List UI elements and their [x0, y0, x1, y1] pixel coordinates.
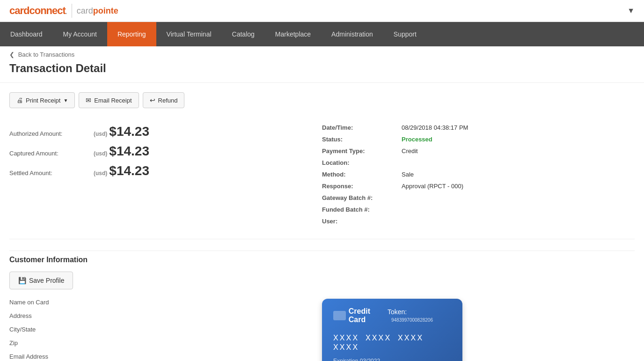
- nav-reporting[interactable]: Reporting: [107, 22, 156, 46]
- date-time-row: Date/Time: 08/29/2018 04:38:17 PM: [322, 124, 635, 131]
- customer-fields: Name on Card Address City/State Zip Emai…: [9, 299, 322, 361]
- settled-currency: (usd): [94, 170, 107, 177]
- customer-grid: Name on Card Address City/State Zip Emai…: [9, 299, 635, 361]
- cardconnect-logo: cardconnect.: [9, 5, 67, 17]
- email-icon: ✉: [86, 96, 91, 104]
- cc-number: XXXX XXXX XXXX XXXX: [333, 333, 451, 352]
- cc-token-value: 9483997000828206: [391, 317, 433, 323]
- address-row: Address: [9, 312, 313, 319]
- date-time-value: 08/29/2018 04:38:17 PM: [402, 124, 468, 131]
- status-value: Processed: [402, 136, 432, 143]
- nav-dashboard[interactable]: Dashboard: [0, 22, 53, 46]
- gateway-batch-row: Gateway Batch #:: [322, 194, 635, 201]
- settled-value: (usd)$14.23: [94, 163, 149, 178]
- cc-expiry-value: 03/2022: [360, 358, 380, 361]
- cc-brand-label: Credit Card: [349, 307, 388, 324]
- settled-amount-row: Settled Amount: (usd)$14.23: [9, 163, 322, 178]
- nav-catalog[interactable]: Catalog: [222, 22, 265, 46]
- city-state-label: City/State: [9, 326, 84, 333]
- date-time-label: Date/Time:: [322, 124, 402, 131]
- print-dropdown-icon: ▼: [63, 98, 68, 103]
- nav-virtual-terminal[interactable]: Virtual Terminal: [156, 22, 222, 46]
- city-state-row: City/State: [9, 326, 313, 333]
- payment-type-row: Payment Type: Credit: [322, 147, 635, 155]
- print-receipt-label: Print Receipt: [26, 97, 60, 104]
- nav-support[interactable]: Support: [383, 22, 427, 46]
- zip-label: Zip: [9, 339, 84, 346]
- save-profile-button[interactable]: 💾 Save Profile: [9, 272, 73, 289]
- main-nav: Dashboard My Account Reporting Virtual T…: [0, 22, 644, 46]
- save-profile-icon: 💾: [18, 277, 26, 284]
- refund-label: Refund: [158, 97, 178, 104]
- email-receipt-button[interactable]: ✉ Email Receipt: [79, 92, 139, 108]
- logo-container: cardconnect. cardpointe: [9, 4, 118, 18]
- response-row: Response: Approval (RPCT - 000): [322, 183, 635, 190]
- cc-header: Credit Card Token: 9483997000828206: [333, 307, 451, 324]
- amounts-section: Authorized Amount: (usd)$14.23 Captured …: [9, 119, 322, 239]
- method-value: Sale: [402, 171, 414, 178]
- refund-icon: ↩: [150, 96, 155, 104]
- credit-card-visual: Credit Card Token: 9483997000828206 XXXX…: [322, 299, 462, 361]
- settled-label: Settled Amount:: [9, 169, 94, 177]
- cardpointe-logo: cardpointe: [77, 6, 118, 16]
- breadcrumb-chevron: ❮: [9, 51, 15, 58]
- location-row: Location:: [322, 159, 635, 166]
- captured-currency: (usd): [94, 150, 107, 157]
- detail-grid: Authorized Amount: (usd)$14.23 Captured …: [9, 119, 635, 239]
- cc-chip-icon: [333, 311, 346, 320]
- location-label: Location:: [322, 159, 402, 166]
- breadcrumb: ❮ Back to Transactions: [0, 46, 644, 60]
- user-label: User:: [322, 218, 402, 225]
- method-label: Method:: [322, 171, 402, 178]
- authorized-amount-row: Authorized Amount: (usd)$14.23: [9, 124, 322, 139]
- name-on-card-label: Name on Card: [9, 299, 84, 306]
- breadcrumb-link[interactable]: Back to Transactions: [18, 51, 75, 58]
- gateway-batch-label: Gateway Batch #:: [322, 194, 402, 201]
- customer-information-title: Customer Information: [9, 250, 635, 264]
- response-label: Response:: [322, 183, 402, 190]
- page-title: Transaction Detail: [0, 60, 644, 83]
- authorized-value: (usd)$14.23: [94, 124, 149, 139]
- refund-button[interactable]: ↩ Refund: [143, 92, 185, 108]
- email-receipt-label: Email Receipt: [94, 97, 132, 104]
- authorized-currency: (usd): [94, 131, 107, 137]
- action-buttons: 🖨 Print Receipt ▼ ✉ Email Receipt ↩ Refu…: [9, 92, 635, 108]
- cc-brand: Credit Card: [333, 307, 388, 324]
- credit-card-container: Credit Card Token: 9483997000828206 XXXX…: [322, 299, 635, 361]
- cc-expiry: Expiration 03/2022: [333, 358, 451, 361]
- site-header: cardconnect. cardpointe ▼: [0, 0, 644, 22]
- nav-administration[interactable]: Administration: [321, 22, 383, 46]
- captured-value: (usd)$14.23: [94, 144, 149, 159]
- payment-type-value: Credit: [402, 147, 418, 155]
- print-icon: 🖨: [16, 96, 23, 104]
- name-on-card-row: Name on Card: [9, 299, 313, 306]
- save-profile-label: Save Profile: [29, 277, 64, 284]
- response-value: Approval (RPCT - 000): [402, 183, 463, 190]
- main-content: 🖨 Print Receipt ▼ ✉ Email Receipt ↩ Refu…: [0, 83, 644, 361]
- address-label: Address: [9, 312, 84, 319]
- email-address-row: Email Address: [9, 353, 313, 360]
- payment-type-label: Payment Type:: [322, 147, 402, 155]
- status-label: Status:: [322, 136, 402, 143]
- user-row: User:: [322, 218, 635, 225]
- nav-marketplace[interactable]: Marketplace: [265, 22, 321, 46]
- cc-token-container: Token: 9483997000828206: [388, 308, 451, 323]
- funded-batch-label: Funded Batch #:: [322, 206, 402, 213]
- authorized-label: Authorized Amount:: [9, 130, 94, 137]
- print-receipt-button[interactable]: 🖨 Print Receipt ▼: [9, 92, 75, 108]
- info-section: Date/Time: 08/29/2018 04:38:17 PM Status…: [322, 119, 635, 239]
- email-address-label: Email Address: [9, 353, 84, 360]
- cc-token-label: Token:: [388, 308, 407, 316]
- captured-amount-row: Captured Amount: (usd)$14.23: [9, 144, 322, 159]
- method-row: Method: Sale: [322, 171, 635, 178]
- funded-batch-row: Funded Batch #:: [322, 206, 635, 213]
- header-user-menu[interactable]: ▼: [627, 7, 635, 15]
- captured-label: Captured Amount:: [9, 150, 94, 157]
- cc-expiry-label: Expiration: [333, 358, 358, 361]
- nav-my-account[interactable]: My Account: [53, 22, 107, 46]
- zip-row: Zip: [9, 339, 313, 346]
- status-row: Status: Processed: [322, 136, 635, 143]
- logo-divider: [72, 4, 72, 18]
